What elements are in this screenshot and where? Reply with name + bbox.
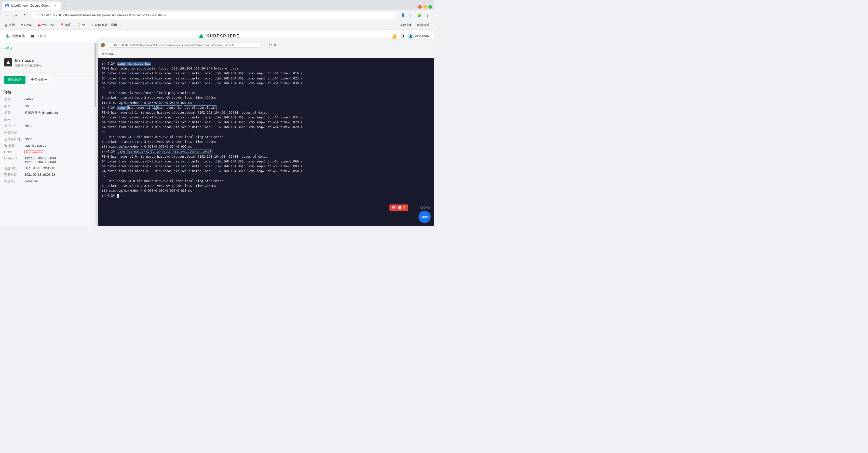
detail-selector: 选择器: app=his-nacos bbox=[4, 143, 92, 148]
term-line-23: 64 bytes from his-nacos-v1-0.his-nacos.h… bbox=[102, 159, 430, 164]
section-title: 详情 bbox=[4, 90, 92, 95]
term-line-30: rtt min/avg/max/mdev = 0.050/0.069/0.093… bbox=[102, 188, 430, 193]
terminal-url-text: 139.198.165.238:30880/terminal/cluster/d… bbox=[114, 43, 235, 46]
term-line-6: ^C bbox=[102, 86, 430, 91]
terminal-maximize[interactable]: ⧠ bbox=[269, 43, 272, 47]
detail-updated: 更新时间: 2021-09-18 19:06:18 bbox=[4, 173, 92, 177]
new-tab-button[interactable]: + bbox=[62, 3, 69, 10]
security-icon: ⚠ bbox=[34, 13, 36, 17]
terminal-minimize[interactable]: — bbox=[264, 43, 267, 47]
other-bookmarks[interactable]: 其他书签 bbox=[398, 22, 414, 28]
ks-logo-center: KUBESPHERE bbox=[198, 33, 240, 39]
ks-nav-left: 🏪 应用商店 💻 工作台 bbox=[5, 34, 46, 38]
bookmark-maps[interactable]: 📍 地图 bbox=[59, 22, 73, 28]
ks-settings[interactable]: ⚙ bbox=[400, 33, 404, 39]
right-bookmarks: 其他书签 阅读清单 bbox=[398, 22, 431, 28]
term-line-25: 64 bytes from his-nacos-v1-0.his-nacos.h… bbox=[102, 169, 430, 174]
svg-marker-1 bbox=[199, 34, 204, 38]
tab-close-button[interactable]: ✕ bbox=[54, 4, 58, 8]
svg-marker-2 bbox=[6, 61, 10, 64]
terminal-close[interactable]: ✕ bbox=[274, 43, 276, 47]
back-button[interactable]: ← bbox=[3, 12, 10, 19]
term-line-12: PING his-nacos-v1-1.his-nacos.his.svc.cl… bbox=[102, 110, 430, 115]
ks-logo-icon bbox=[198, 33, 204, 39]
bookmark-yapi[interactable]: Y YApi-高效、易用、... bbox=[90, 22, 124, 28]
tab-bar: KubeSphere - Google Chrome ✕ + bbox=[0, 0, 434, 10]
terminal-header: terminal bbox=[98, 50, 434, 58]
ks-workspace[interactable]: 💻 工作台 bbox=[30, 34, 46, 38]
detail-app: 应用: - bbox=[4, 117, 92, 122]
term-line-24: 64 bytes from his-nacos-v1-0.his-nacos.h… bbox=[102, 164, 430, 169]
detail-created: 创建时间: 2021-09-18 19:05:16 bbox=[4, 166, 92, 171]
service-header: his-nacos 注册中心和配置中心 bbox=[0, 54, 96, 72]
reading-list[interactable]: 阅读清单 bbox=[416, 22, 431, 28]
time-badge[interactable]: 08:21 bbox=[418, 211, 431, 223]
terminal-titlebar: ⚠ 139.198.165.238:30880/terminal/cluster… bbox=[98, 43, 434, 50]
csdn-label: CSDN 目 bbox=[420, 206, 431, 209]
yapi-icon: Y bbox=[91, 23, 93, 27]
details-section: 详情 集群: default 项目: his 类型: 有 bbox=[0, 87, 96, 189]
service-name: his-nacos bbox=[15, 58, 42, 63]
service-description: 注册中心和配置中心 bbox=[15, 63, 42, 68]
address-bar[interactable]: ⚠ 139.198.165.238:30880/wuhan/clusters/d… bbox=[31, 11, 397, 19]
bookmark-db[interactable]: 🗄 db bbox=[76, 22, 87, 28]
ks-user-menu[interactable]: 👤 dev-zhao bbox=[407, 33, 429, 40]
youtube-icon: ▶ bbox=[38, 23, 41, 27]
detail-external: 外部地址: bbox=[4, 130, 92, 135]
profile-button[interactable]: 👤 bbox=[399, 12, 406, 19]
workspace-icon: 💻 bbox=[30, 34, 35, 38]
detail-creator: 创建者: dev-zhao bbox=[4, 179, 92, 184]
apps-icon: ⊞ bbox=[5, 23, 8, 27]
toolbar-actions: 👤 ☆ 🧩 ⋮ bbox=[399, 12, 431, 19]
more-actions-button[interactable]: 更多操作 ▾ bbox=[28, 76, 50, 84]
ks-notifications[interactable]: 🔔 bbox=[392, 33, 397, 39]
ks-app-store[interactable]: 🏪 应用商店 bbox=[5, 34, 25, 38]
bookmark-gmail[interactable]: M Gmail bbox=[19, 23, 34, 28]
detail-type: 类型: 有状态服务 (Headless) bbox=[4, 110, 92, 115]
menu-button[interactable]: ⋮ bbox=[424, 12, 431, 19]
sidebar-scroll: ‹ 服务 his-nacos 注册中心和配置中心 bbox=[0, 43, 96, 226]
detail-cluster: 集群: default bbox=[4, 97, 92, 102]
term-line-16: ^C bbox=[102, 130, 430, 135]
term-line-13: 64 bytes from his-nacos-v1-1.his-nacos.h… bbox=[102, 115, 430, 120]
term-line-3: 64 bytes from his-nacos-v1-1.his-nacos.h… bbox=[102, 71, 430, 76]
window-maximize[interactable] bbox=[428, 5, 432, 9]
bookmarks-bar: ⊞ 应用 M Gmail ▶ YouTube 📍 地图 🗄 db Y YApi-… bbox=[0, 21, 434, 30]
edit-info-button[interactable]: 编辑信息 bbox=[4, 76, 26, 84]
window-close[interactable] bbox=[418, 5, 422, 9]
term-line-11: sh-4.2# ping his-nacos-v1-1.his-nacos.hi… bbox=[102, 105, 430, 110]
bookmark-youtube[interactable]: ▶ YouTube bbox=[37, 22, 56, 28]
sidebar: ‹ 服务 his-nacos 注册中心和配置中心 bbox=[0, 43, 97, 226]
bookmark-apps[interactable]: ⊞ 应用 bbox=[3, 22, 16, 28]
sidebar-scrollbar bbox=[94, 43, 96, 226]
translate-badge[interactable]: 英 · 图 👂 bbox=[390, 204, 408, 211]
term-line-1: sh-4.2# ping his-nacos.his bbox=[102, 61, 430, 66]
service-actions: 编辑信息 更多操作 ▾ bbox=[0, 72, 96, 87]
term-line-21: sh-4.2# ping his-nacos-v1-0.his-nacos.hi… bbox=[102, 149, 430, 154]
store-icon: 🏪 bbox=[5, 34, 10, 38]
window-minimize[interactable] bbox=[423, 5, 427, 9]
bookmark-button[interactable]: ☆ bbox=[407, 12, 415, 19]
terminal-lock-icon: ⚠ bbox=[110, 43, 112, 46]
back-to-services[interactable]: ‹ 服务 bbox=[0, 43, 96, 54]
term-line-9: 3 packets transmitted, 3 received, 0% pa… bbox=[102, 96, 430, 100]
scrollbar-thumb bbox=[94, 43, 96, 107]
term-line-14: 64 bytes from his-nacos-v1-1.his-nacos.h… bbox=[102, 120, 430, 125]
reload-button[interactable]: ↻ bbox=[21, 12, 29, 19]
term-line-4: 64 bytes from his-nacos-v1-1.his-nacos.h… bbox=[102, 76, 430, 81]
terminal-tab-label: terminal bbox=[102, 52, 114, 56]
tab-favicon bbox=[5, 4, 9, 7]
term-line-22: PING his-nacos-v1-0.his-nacos.his.svc.cl… bbox=[102, 154, 430, 159]
forward-button[interactable]: → bbox=[12, 12, 19, 19]
chrome-toolbar: ← → ↻ ⚠ 139.198.165.238:30880/wuhan/clus… bbox=[0, 10, 434, 21]
ks-username: dev-zhao bbox=[415, 34, 429, 38]
active-tab[interactable]: KubeSphere - Google Chrome ✕ bbox=[2, 2, 61, 10]
detail-project: 项目: his bbox=[4, 104, 92, 108]
terminal-body[interactable]: sh-4.2# ping his-nacos.his PING his-naco… bbox=[98, 58, 434, 226]
terminal-url-bar[interactable]: ⚠ 139.198.165.238:30880/terminal/cluster… bbox=[107, 43, 260, 47]
ks-avatar: 👤 bbox=[407, 33, 414, 40]
extensions-button[interactable]: 🧩 bbox=[416, 12, 423, 19]
term-line-2: PING his-nacos.his.svc.cluster.local (19… bbox=[102, 66, 430, 71]
terminal-chrome-logo bbox=[101, 43, 105, 47]
service-name-block: his-nacos 注册中心和配置中心 bbox=[15, 57, 42, 68]
